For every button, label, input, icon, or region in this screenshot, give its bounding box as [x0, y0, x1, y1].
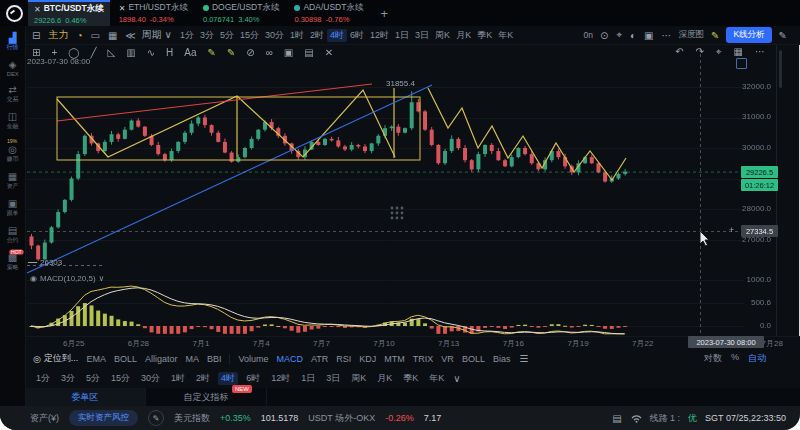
- overlay-indicator-button[interactable]: BOLL: [114, 354, 137, 364]
- overlay-indicator-button[interactable]: Alligator: [145, 354, 178, 364]
- tab-btc-usdt-perp[interactable]: ✕BTC/USDT永续 29226.60.46%: [28, 0, 110, 26]
- depth-chart-toggle[interactable]: 深度图: [679, 29, 705, 41]
- assets-label[interactable]: 资产(¥): [30, 412, 59, 425]
- target-icon[interactable]: ⌖: [715, 46, 723, 58]
- timeframe-button[interactable]: 1日: [392, 29, 412, 42]
- network-line-label[interactable]: 线路 1 :: [650, 412, 681, 425]
- period-dropdown[interactable]: 周期 ∨: [141, 28, 173, 42]
- timeframe-button[interactable]: 季K: [400, 372, 421, 385]
- timeframe-button[interactable]: 1分: [177, 29, 197, 42]
- scale-mode-button[interactable]: 对数: [704, 352, 722, 365]
- okx-logo[interactable]: [0, 0, 28, 26]
- panel-toggle-icon[interactable]: ⊞: [31, 47, 41, 58]
- shape-tool-icon[interactable]: ▤: [303, 47, 314, 58]
- pattern-tool-icon[interactable]: ▣: [283, 47, 294, 58]
- more-tools-icon[interactable]: ⋯: [754, 46, 766, 58]
- timeframe-button[interactable]: 3日: [323, 372, 343, 385]
- kline-analysis-button[interactable]: K线分析: [726, 27, 771, 43]
- timeframe-button[interactable]: 12时: [367, 29, 392, 42]
- ellipse-tool-icon[interactable]: ◯: [67, 47, 80, 58]
- oscillator-indicator-button[interactable]: BOLL: [462, 354, 485, 364]
- timeframe-button[interactable]: 周K: [432, 29, 453, 42]
- sidebar-item-earn[interactable]: 19%◎赚币: [0, 138, 25, 164]
- chevron-down-icon[interactable]: ∨: [452, 373, 461, 384]
- eraser-tool-icon[interactable]: ⊘: [245, 47, 255, 58]
- text-tool-icon[interactable]: Aa: [183, 47, 197, 58]
- indicator-grid-icon[interactable]: ▦: [107, 30, 118, 41]
- close-icon[interactable]: ✕: [34, 5, 41, 14]
- timeframe-button[interactable]: 5分: [83, 372, 103, 385]
- macd-indicator-label[interactable]: ◉MACD(10,20,5)∨: [30, 274, 104, 283]
- timeframe-button[interactable]: 6时: [347, 29, 367, 42]
- pencil-tool-icon[interactable]: ✎: [206, 47, 216, 58]
- alarm-icon[interactable]: ◔: [75, 30, 83, 41]
- oscillator-indicator-button[interactable]: KDJ: [359, 354, 376, 364]
- timeframe-button[interactable]: 6时: [243, 372, 263, 385]
- layers-icon[interactable]: ▦: [733, 46, 744, 58]
- oscillator-indicator-button[interactable]: Bias: [493, 354, 511, 364]
- screenshot-icon[interactable]: ▣: [643, 30, 654, 41]
- sidebar-item-contracts[interactable]: ▤合约: [0, 225, 25, 245]
- oscillator-indicator-button[interactable]: TRIX: [413, 354, 434, 364]
- timeframe-button[interactable]: 2时: [307, 29, 327, 42]
- timeframe-button[interactable]: 30分: [262, 29, 287, 42]
- sidebar-item-dex[interactable]: ◈DEX: [0, 59, 25, 77]
- add-tab-button[interactable]: +: [372, 0, 396, 26]
- sidebar-item-assets[interactable]: ▦资产: [0, 171, 25, 191]
- chart-style-icon[interactable]: ▭: [89, 30, 100, 41]
- triangle-tool-icon[interactable]: ◺: [106, 47, 116, 58]
- delete-tool-icon[interactable]: ✕: [324, 47, 334, 58]
- redo-icon[interactable]: ↷: [695, 46, 705, 58]
- timeframe-button[interactable]: 周K: [348, 372, 369, 385]
- oscillator-indicator-button[interactable]: MTM: [384, 354, 405, 364]
- chevron-down-icon[interactable]: ∨: [99, 274, 105, 283]
- main-force-button[interactable]: 主力: [47, 28, 69, 42]
- timeframe-button[interactable]: 5分: [217, 29, 237, 42]
- timeframe-button[interactable]: 15分: [237, 29, 262, 42]
- tab-order-zone[interactable]: 委单区: [25, 388, 146, 406]
- timeframe-button[interactable]: 1日: [298, 372, 318, 385]
- timeframe-button[interactable]: 3分: [58, 372, 78, 385]
- trendline-tool-icon[interactable]: ╱: [89, 47, 97, 58]
- oscillator-indicator-button[interactable]: ATR: [311, 354, 328, 364]
- timeframe-button[interactable]: 12时: [268, 372, 293, 385]
- timeframe-button[interactable]: 3分: [197, 29, 217, 42]
- timeframe-button[interactable]: 2时: [193, 372, 213, 385]
- close-icon[interactable]: ✕: [119, 4, 126, 13]
- grid-menu-icon[interactable]: ▤: [611, 413, 622, 424]
- scale-mode-button[interactable]: %: [731, 352, 739, 365]
- locate-button[interactable]: ◎定位到...: [33, 352, 78, 365]
- more-icon[interactable]: ⋯: [661, 30, 673, 41]
- oscillator-indicator-button[interactable]: RSI: [336, 354, 351, 364]
- overlay-indicator-button[interactable]: MA: [185, 354, 199, 364]
- tab-doge-usdt-perp[interactable]: DOGE/USDT永续 0.0767413.40%: [197, 0, 286, 26]
- overlay-indicator-button[interactable]: BBI: [207, 354, 222, 364]
- settings-icon[interactable]: ⊙: [599, 30, 609, 41]
- indicator-menu-icon[interactable]: ☰: [518, 353, 529, 364]
- timeframe-button[interactable]: 季K: [474, 29, 495, 42]
- brush-tool-icon[interactable]: ✎: [226, 47, 236, 58]
- timeframe-button[interactable]: 1分: [33, 372, 53, 385]
- eye-icon[interactable]: ◉: [30, 274, 37, 283]
- timeframe-button[interactable]: 4时: [218, 372, 238, 385]
- tab-ada-usdt-perp[interactable]: ADA/USDT永续 0.30898-0.76%: [288, 0, 369, 26]
- theme-icon[interactable]: ◐: [629, 30, 637, 41]
- timeframe-button[interactable]: 1时: [287, 29, 307, 42]
- sidebar-item-strategy[interactable]: HOT▩策略: [0, 252, 25, 272]
- drag-handle-icon[interactable]: [390, 206, 404, 224]
- edit-icon[interactable]: ✎: [710, 30, 720, 41]
- timeframe-button[interactable]: 4时: [327, 29, 347, 42]
- timeframe-button[interactable]: 3日: [412, 29, 432, 42]
- sidebar-item-markets[interactable]: ▟行情: [0, 32, 25, 52]
- oscillator-indicator-button[interactable]: VR: [441, 354, 454, 364]
- fibonacci-tool-icon[interactable]: ∞: [265, 47, 274, 58]
- risk-control-button[interactable]: 实时资产风控: [69, 410, 138, 426]
- magnet-icon[interactable]: ⌖: [615, 29, 623, 41]
- gann-tool-icon[interactable]: ▥: [125, 47, 136, 58]
- edit-pencil-icon[interactable]: ✎: [148, 410, 164, 426]
- history-rewind-icon[interactable]: ≪: [124, 30, 136, 41]
- tab-custom-indicator[interactable]: 自定义指标NEW: [146, 388, 267, 406]
- add-alert-icon[interactable]: +: [729, 225, 734, 235]
- layout-icon[interactable]: ⊟: [31, 30, 41, 41]
- wave-tool-icon[interactable]: ∿: [146, 47, 156, 58]
